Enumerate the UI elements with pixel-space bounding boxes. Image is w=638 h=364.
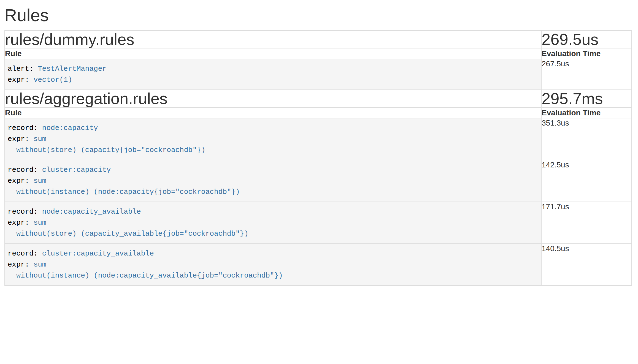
- rule-group-file-cell: rules/dummy.rules: [5, 31, 541, 48]
- rules-table: rules/dummy.rules 269.5us Rule Evaluatio…: [4, 30, 632, 286]
- rule-row: alert: TestAlertManager expr: vector(1) …: [5, 59, 632, 90]
- rule-evaluation-time: 267.5us: [541, 59, 632, 90]
- rule-expr-link[interactable]: without(store) (capacity{job="cockroachd…: [8, 146, 206, 154]
- rule-expr-link[interactable]: without(instance) (node:capacity_availab…: [8, 271, 283, 280]
- rule-group-file: rules/dummy.rules: [5, 31, 541, 48]
- rule-name-link[interactable]: node:capacity_available: [42, 208, 141, 216]
- rule-expr-link[interactable]: without(store) (capacity_available{job="…: [8, 230, 248, 238]
- rule-keyword: record:: [8, 124, 42, 132]
- time-column-header: Evaluation Time: [541, 107, 632, 118]
- rule-expr-link[interactable]: without(instance) (node:capacity{job="co…: [8, 188, 240, 196]
- rule-column-header: Rule: [5, 107, 541, 118]
- rule-group-evaluation-time: 269.5us: [542, 31, 631, 48]
- rule-group-evaluation-time: 295.7ms: [542, 90, 631, 107]
- rule-definition-cell: record: cluster:capacity_available expr:…: [5, 244, 541, 286]
- rule-evaluation-time: 351.3us: [541, 118, 632, 160]
- rule-group-eval-time-cell: 295.7ms: [541, 90, 632, 107]
- rule-definition-cell: alert: TestAlertManager expr: vector(1): [5, 59, 541, 90]
- rule-evaluation-time: 140.5us: [541, 244, 632, 286]
- rule-keyword: expr:: [8, 219, 34, 227]
- rule-keyword: record:: [8, 166, 42, 174]
- rule-evaluation-time: 171.7us: [541, 202, 632, 244]
- rule-definition: record: cluster:capacity expr: sum witho…: [5, 160, 541, 202]
- rule-keyword: alert:: [8, 65, 38, 73]
- rule-group-header-row: rules/dummy.rules 269.5us: [5, 31, 632, 48]
- time-column-header: Evaluation Time: [541, 48, 632, 59]
- rule-row: record: node:capacity_available expr: su…: [5, 202, 632, 244]
- rule-keyword: expr:: [8, 76, 34, 84]
- rule-row: record: cluster:capacity expr: sum witho…: [5, 160, 632, 202]
- rule-expr-link[interactable]: sum: [34, 177, 47, 185]
- rule-group-file: rules/aggregation.rules: [5, 90, 541, 107]
- rules-page: Rules rules/dummy.rules 269.5us Rule Eva…: [0, 0, 638, 286]
- rule-group-eval-time-cell: 269.5us: [541, 31, 632, 48]
- rule-group-file-cell: rules/aggregation.rules: [5, 90, 541, 107]
- rule-keyword: expr:: [8, 177, 34, 185]
- rule-expr-link[interactable]: sum: [34, 135, 47, 143]
- rule-keyword: expr:: [8, 260, 34, 269]
- rule-row: record: cluster:capacity_available expr:…: [5, 244, 632, 286]
- rule-keyword: record:: [8, 249, 42, 258]
- rule-definition: alert: TestAlertManager expr: vector(1): [5, 59, 541, 89]
- rule-name-link[interactable]: cluster:capacity: [42, 166, 111, 174]
- rule-definition-cell: record: cluster:capacity expr: sum witho…: [5, 160, 541, 202]
- rule-name-link[interactable]: node:capacity: [42, 124, 98, 132]
- rule-definition: record: cluster:capacity_available expr:…: [5, 244, 541, 285]
- rule-name-link[interactable]: cluster:capacity_available: [42, 249, 154, 258]
- rule-expr-link[interactable]: vector(1): [34, 76, 72, 84]
- rule-definition-cell: record: node:capacity_available expr: su…: [5, 202, 541, 244]
- rule-row: record: node:capacity expr: sum without(…: [5, 118, 632, 160]
- rule-expr-link[interactable]: sum: [34, 260, 47, 269]
- rule-definition: record: node:capacity_available expr: su…: [5, 202, 541, 243]
- rule-group-header-row: rules/aggregation.rules 295.7ms: [5, 90, 632, 107]
- rule-evaluation-time: 142.5us: [541, 160, 632, 202]
- rule-definition-cell: record: node:capacity expr: sum without(…: [5, 118, 541, 160]
- rule-definition: record: node:capacity expr: sum without(…: [5, 118, 541, 160]
- rule-column-header: Rule: [5, 48, 541, 59]
- rule-expr-link[interactable]: sum: [34, 219, 47, 227]
- column-header-row: Rule Evaluation Time: [5, 48, 632, 59]
- rule-keyword: record:: [8, 208, 42, 216]
- rule-keyword: expr:: [8, 135, 34, 143]
- page-title: Rules: [4, 6, 632, 24]
- column-header-row: Rule Evaluation Time: [5, 107, 632, 118]
- rule-name-link[interactable]: TestAlertManager: [38, 65, 107, 73]
